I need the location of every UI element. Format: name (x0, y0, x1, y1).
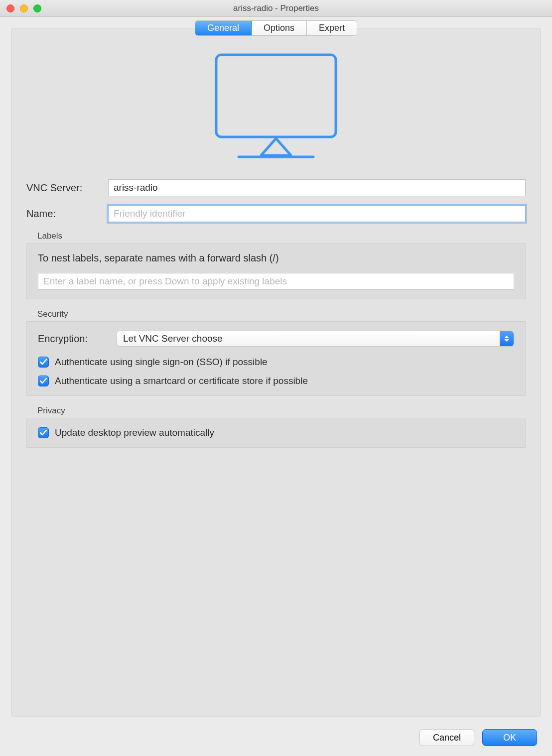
encryption-row: Encryption: Let VNC Server choose (38, 331, 514, 347)
properties-window: ariss-radio - Properties General Options… (0, 0, 552, 756)
labels-desc: To nest labels, separate names with a fo… (38, 252, 514, 264)
smartcard-checkbox[interactable] (38, 376, 49, 386)
vnc-server-input[interactable] (108, 179, 526, 196)
privacy-legend: Privacy (37, 406, 65, 416)
window-title: ariss-radio - Properties (0, 3, 552, 13)
security-section: Security Encryption: Let VNC Server choo… (26, 309, 526, 396)
ok-button[interactable]: OK (482, 729, 537, 746)
maximize-window-button[interactable] (33, 4, 41, 12)
main-panel: General Options Expert VNC Server: Name: (11, 28, 541, 717)
update-checkbox[interactable] (38, 427, 49, 438)
svg-rect-0 (216, 55, 336, 137)
name-row: Name: (26, 205, 526, 222)
encryption-label: Encryption: (38, 333, 108, 345)
monitor-icon (26, 50, 526, 159)
tab-strip: General Options Expert (26, 20, 526, 36)
vnc-server-row: VNC Server: (26, 179, 526, 196)
update-label: Update desktop preview automatically (55, 427, 214, 438)
tab-options[interactable]: Options (252, 21, 307, 35)
labels-section: Labels To nest labels, separate names wi… (26, 231, 526, 299)
vnc-server-label: VNC Server: (26, 182, 101, 194)
labels-body: To nest labels, separate names with a fo… (26, 243, 526, 299)
encryption-select[interactable]: Let VNC Server choose (117, 331, 514, 347)
encryption-value: Let VNC Server choose (123, 333, 223, 344)
sso-label: Authenticate using single sign-on (SSO) … (55, 357, 268, 368)
name-input[interactable] (108, 205, 526, 222)
content-area: General Options Expert VNC Server: Name: (0, 17, 552, 756)
privacy-body: Update desktop preview automatically (26, 418, 526, 448)
sso-row: Authenticate using single sign-on (SSO) … (38, 357, 514, 368)
tab-group: General Options Expert (195, 20, 357, 36)
privacy-section: Privacy Update desktop preview automatic… (26, 406, 526, 448)
tab-expert[interactable]: Expert (307, 21, 357, 35)
tab-general[interactable]: General (195, 21, 252, 35)
close-window-button[interactable] (6, 4, 14, 12)
security-body: Encryption: Let VNC Server choose (26, 321, 526, 396)
security-legend: Security (37, 309, 68, 319)
cancel-button[interactable]: Cancel (419, 729, 474, 746)
select-arrows-icon (500, 331, 514, 346)
minimize-window-button[interactable] (20, 4, 28, 12)
smartcard-row: Authenticate using a smartcard or certif… (38, 376, 514, 386)
smartcard-label: Authenticate using a smartcard or certif… (55, 376, 308, 386)
labels-legend: Labels (37, 231, 62, 241)
titlebar: ariss-radio - Properties (0, 0, 552, 17)
sso-checkbox[interactable] (38, 357, 49, 368)
update-row: Update desktop preview automatically (38, 427, 514, 438)
traffic-lights (6, 4, 41, 12)
name-label: Name: (26, 208, 101, 220)
labels-input[interactable] (38, 273, 514, 290)
footer: Cancel OK (11, 729, 541, 746)
svg-marker-1 (261, 138, 291, 155)
